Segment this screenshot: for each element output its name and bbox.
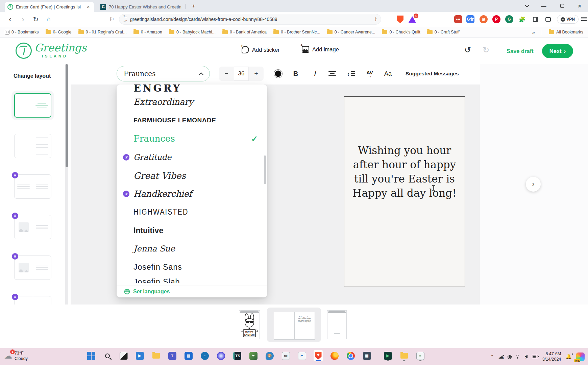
file-explorer-window-button[interactable] (399, 350, 409, 361)
bookmark-folder[interactable]: 0 - Bank of America (222, 30, 267, 34)
file-explorer-button[interactable] (151, 350, 161, 361)
greetings-island-logo[interactable]: Greetings ISLAND (16, 43, 87, 59)
tab-search-chevron[interactable] (519, 0, 535, 12)
layout-option-premium[interactable]: ♛ (14, 174, 51, 199)
brave-shield-icon[interactable] (396, 15, 404, 23)
openoffice-button[interactable]: ~ (200, 350, 209, 361)
font-option-premium[interactable]: ♛Handkerchief (117, 186, 262, 202)
font-option[interactable]: Jenna Sue (117, 241, 262, 257)
video-editor-button[interactable]: ▶ (383, 350, 392, 361)
site-settings-icon[interactable]: °−−° (123, 15, 127, 24)
bookmark-folder[interactable]: 0 - Babylock Machi... (169, 30, 216, 34)
chrome-button[interactable] (346, 350, 355, 361)
sidebar-panel-icon[interactable] (531, 15, 539, 23)
text-case-button[interactable]: Aa (383, 66, 393, 81)
search-button[interactable] (103, 350, 112, 361)
photos-app-button[interactable]: ❧ (249, 350, 258, 361)
battery-icon[interactable] (532, 355, 538, 358)
weather-widget[interactable]: ☁1 73°FCloudy (4, 350, 28, 361)
snipping-tool-button[interactable]: ✂ (297, 350, 307, 361)
font-size-increase-button[interactable]: + (249, 67, 264, 81)
layout-option-premium[interactable]: ♛ (14, 215, 51, 239)
font-option-premium[interactable]: ♛Gratitude (117, 149, 262, 165)
all-bookmarks-folder[interactable]: All Bookmarks (549, 30, 583, 34)
bookmark-folder[interactable]: 0 - Chuck's Quilt (382, 30, 420, 34)
volume-icon[interactable] (525, 355, 528, 358)
bookmark-folder[interactable]: 0 - Cancer Awarene... (327, 30, 375, 34)
text-color-swatch[interactable] (273, 66, 283, 81)
bookmark-folder[interactable]: 0 - Amazon (133, 30, 162, 34)
window-close-button[interactable]: × (572, 0, 587, 12)
browser-menu-icon[interactable] (581, 17, 587, 18)
add-sticker-button[interactable]: Add sticker (242, 46, 280, 53)
bookmark-folder[interactable]: 0 - Brother ScanNc... (273, 30, 320, 34)
window-maximize-button[interactable] (554, 0, 570, 12)
font-option[interactable]: HIGHWAISTED (117, 202, 262, 221)
card-page[interactable]: Wishing you hour after hour of happy til… (344, 96, 465, 287)
suggested-messages-button[interactable]: Suggested Messages (406, 71, 459, 77)
font-option[interactable]: Josefin Slab (117, 277, 262, 283)
sidebar-scrollbar[interactable] (65, 64, 68, 305)
page-thumbnail-back[interactable] (327, 310, 347, 339)
bookmark-folder[interactable]: 0- Google (46, 30, 72, 34)
page-thumbnail-inside-spread[interactable]: Wishing you hour after hour of happy til… (274, 312, 315, 340)
paint-app-button[interactable]: 🎨 (265, 350, 274, 361)
bookmark-folder[interactable]: 0 - Craft Stuff (427, 30, 460, 34)
font-option-selected[interactable]: Fraunces✓ (117, 130, 262, 147)
add-image-button[interactable]: Add image (302, 46, 339, 53)
line-spacing-button[interactable]: ↕ (345, 66, 357, 81)
brave-browser-button[interactable] (314, 350, 323, 361)
text-align-button[interactable] (327, 66, 337, 81)
bold-button[interactable]: B (291, 66, 301, 81)
new-tab-button[interactable]: + (190, 2, 197, 10)
notification-bell-icon[interactable]: 🔔z (565, 354, 572, 360)
address-bar[interactable]: °−−° greetingsisland.com/design/cards/wi… (119, 14, 381, 25)
home-icon[interactable]: ⌂ (43, 12, 55, 27)
task-view-button[interactable] (119, 350, 128, 361)
font-option[interactable]: Great Vibes (117, 168, 262, 184)
translate-extension-icon[interactable]: G文 (466, 15, 474, 23)
flower-app-button[interactable] (216, 350, 225, 361)
copilot-button[interactable]: PRE (576, 352, 585, 361)
forward-icon[interactable]: › (17, 12, 29, 27)
start-button[interactable] (87, 350, 96, 361)
extension-red-menu-icon[interactable]: ••• (454, 15, 462, 23)
bookmark-folder[interactable]: 0 - 01 Regina's Craf... (78, 30, 127, 34)
back-icon[interactable]: ‹ (4, 12, 16, 27)
wallet-icon[interactable] (544, 15, 552, 23)
share-icon[interactable]: ⤴ (374, 17, 377, 22)
layout-option[interactable] (14, 134, 51, 158)
orange-extension-icon[interactable]: ◉ (480, 15, 488, 23)
tab-easter-wishes[interactable]: C 70 Happy Easter Wishes and Greetin (98, 2, 184, 12)
movies-app-button[interactable]: ▶ (135, 350, 144, 361)
wifi-icon[interactable] (515, 355, 520, 359)
next-page-button[interactable]: › (526, 177, 541, 192)
bookmarks-overflow-chevron[interactable]: » (532, 29, 535, 35)
mail-app-button[interactable]: ▤ (184, 350, 193, 361)
letter-spacing-button[interactable]: AV↔ (364, 66, 375, 81)
font-option[interactable]: Farmhouse Lemonade (117, 112, 262, 128)
vpn-button[interactable]: − VPN (557, 15, 579, 24)
calculator-button[interactable]: ▦ (362, 350, 371, 361)
document-app-button[interactable]: ≡ (416, 350, 425, 361)
tray-chevron-up-icon[interactable]: ⌃ (491, 354, 494, 359)
layout-option-premium[interactable]: ♛ (14, 256, 51, 280)
font-size-value[interactable]: 36 (234, 67, 249, 81)
font-option[interactable]: Intuitive (117, 222, 262, 239)
page-thumbnail-front[interactable]: HOPPY EASTER! (239, 310, 260, 339)
undo-icon[interactable]: ↺ (464, 45, 471, 55)
adblock-extension-icon[interactable]: 1 (408, 15, 416, 23)
redo-icon[interactable]: ↻ (483, 45, 489, 55)
reload-icon[interactable]: ↻ (30, 12, 42, 27)
window-minimize-button[interactable]: — (536, 0, 552, 12)
teams-button[interactable]: T (168, 350, 177, 361)
firefox-button[interactable] (330, 350, 339, 361)
font-size-decrease-button[interactable]: − (219, 67, 234, 81)
card-text[interactable]: Wishing you hour after hour of happy til… (344, 143, 465, 200)
save-draft-button[interactable]: Save draft (507, 48, 534, 54)
layout-option-premium[interactable]: ♛ (14, 296, 51, 305)
font-menu-scrollbar[interactable] (264, 155, 266, 184)
url-text[interactable]: greetingsisland.com/design/cards/wishes-… (130, 17, 277, 22)
layout-option-selected[interactable] (14, 93, 51, 118)
tab-easter-card[interactable]: Easter Card (Free) | Greetings Isl × (5, 2, 94, 12)
